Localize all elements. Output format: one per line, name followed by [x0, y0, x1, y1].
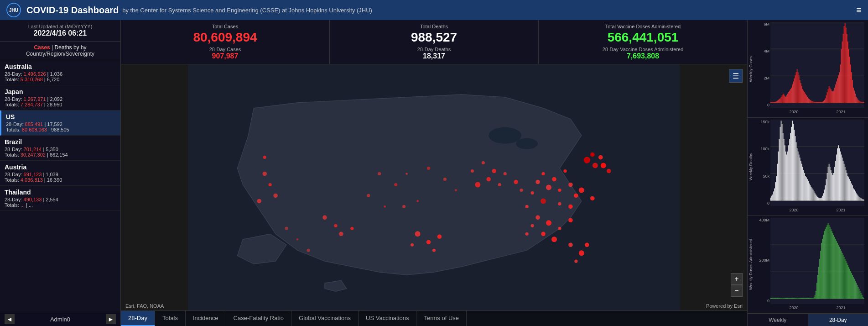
svg-rect-145 [832, 91, 833, 103]
country-item-thailand[interactable]: Thailand 28-Day: 490,133 | 2,554 Totals:… [0, 186, 120, 211]
svg-rect-275 [856, 194, 857, 201]
svg-rect-244 [827, 173, 828, 201]
svg-point-39 [339, 232, 343, 237]
svg-rect-368 [845, 259, 846, 299]
svg-point-58 [590, 152, 595, 157]
sidebar-header: Last Updated at (M/D/YYYY) 2022/4/16 06:… [0, 20, 120, 42]
svg-rect-97 [787, 94, 788, 103]
svg-rect-375 [851, 273, 852, 299]
svg-rect-223 [807, 179, 808, 201]
svg-rect-318 [798, 298, 799, 299]
svg-rect-259 [841, 155, 842, 201]
svg-point-72 [296, 238, 299, 241]
country-stats: 28-Day: 490,133 | 2,554 [5, 197, 116, 202]
svg-rect-213 [798, 152, 799, 201]
country-item-australia[interactable]: Australia 28-Day: 1,496,526 | 1,036 Tota… [0, 60, 120, 85]
svg-point-15 [541, 198, 546, 204]
svg-point-4 [516, 138, 538, 149]
main-body: Last Updated at (M/D/YYYY) 2022/4/16 06:… [0, 20, 868, 326]
svg-rect-387 [863, 297, 863, 299]
charts-footer-28day[interactable]: 28-Day [808, 314, 868, 326]
svg-rect-168 [854, 91, 855, 103]
country-totals: Totals: ... | ... [5, 202, 116, 208]
svg-rect-245 [828, 167, 829, 201]
svg-point-33 [531, 224, 534, 227]
tab-case-fatality-ratio[interactable]: Case-Fatality Ratio [226, 311, 292, 326]
svg-rect-371 [847, 265, 848, 299]
svg-rect-129 [817, 102, 818, 103]
svg-rect-184 [770, 198, 771, 201]
charts-footer-weekly[interactable]: Weekly [748, 314, 808, 326]
svg-rect-302 [783, 298, 784, 299]
svg-rect-189 [775, 182, 776, 200]
map-area[interactable]: Esri, FAO, NOAA Powered by Esri ☰ + − [121, 64, 747, 310]
x-tick: 2021 [836, 110, 845, 114]
country-item-japan[interactable]: Japan 28-Day: 1,267,971 | 2,092 Totals: … [0, 85, 120, 110]
tab-incidence[interactable]: Incidence [186, 311, 226, 326]
y-tick: 4M [764, 49, 769, 53]
svg-rect-191 [777, 164, 778, 201]
svg-point-64 [427, 167, 430, 170]
zoom-out-button[interactable]: − [731, 285, 743, 297]
svg-rect-256 [838, 146, 839, 201]
nav-prev-button[interactable]: ◄ [5, 314, 15, 324]
legend-button[interactable]: ☰ [729, 69, 743, 83]
svg-rect-128 [816, 102, 817, 103]
svg-rect-171 [857, 98, 858, 103]
svg-rect-310 [790, 298, 791, 299]
svg-rect-350 [828, 223, 829, 299]
svg-rect-280 [861, 198, 862, 200]
svg-rect-271 [852, 185, 853, 201]
svg-rect-328 [807, 298, 808, 299]
svg-rect-219 [803, 170, 804, 200]
svg-rect-224 [808, 181, 809, 201]
svg-point-61 [378, 172, 381, 175]
svg-rect-149 [836, 81, 837, 103]
svg-rect-278 [859, 197, 860, 201]
svg-rect-188 [774, 189, 775, 201]
svg-rect-300 [781, 298, 782, 299]
svg-rect-379 [855, 281, 856, 299]
svg-point-30 [546, 220, 551, 226]
svg-rect-150 [837, 79, 838, 103]
tab-totals[interactable]: Totals [155, 311, 186, 326]
filter-deaths-label[interactable]: Deaths by [55, 44, 79, 51]
svg-point-11 [568, 183, 573, 187]
svg-rect-119 [808, 98, 809, 103]
country-item-us[interactable]: US 28-Day: 885,491 | 17,592 Totals: 80,6… [0, 110, 120, 136]
country-item-austria[interactable]: Austria 28-Day: 691,123 | 1,039 Totals: … [0, 161, 120, 186]
tab-us-vaccinations[interactable]: US Vaccinations [359, 311, 416, 326]
svg-rect-316 [796, 298, 797, 299]
svg-rect-369 [846, 261, 847, 299]
svg-rect-291 [772, 298, 773, 299]
svg-point-27 [514, 180, 518, 184]
svg-rect-344 [822, 239, 823, 299]
svg-point-29 [535, 216, 540, 220]
nav-next-button[interactable]: ► [106, 314, 116, 324]
tab-global-vaccinations[interactable]: Global Vaccinations [291, 311, 359, 326]
svg-rect-366 [843, 255, 844, 299]
tab-28-day[interactable]: 28-Day [121, 311, 155, 326]
svg-rect-234 [817, 197, 818, 201]
svg-point-66 [455, 189, 457, 191]
x-tick: 2020 [789, 208, 798, 212]
svg-rect-326 [805, 298, 806, 299]
country-stats: 28-Day: 701,214 | 5,350 [5, 147, 116, 152]
menu-icon[interactable]: ≡ [856, 5, 862, 16]
svg-rect-200 [785, 152, 786, 201]
svg-rect-348 [826, 227, 827, 299]
svg-rect-132 [820, 102, 821, 103]
svg-rect-137 [825, 98, 826, 103]
svg-rect-309 [789, 298, 790, 299]
svg-rect-237 [820, 198, 821, 200]
country-item-brazil[interactable]: Brazil 28-Day: 701,214 | 5,350 Totals: 3… [0, 136, 120, 161]
svg-rect-298 [779, 298, 780, 299]
svg-rect-155 [842, 42, 843, 103]
zoom-in-button[interactable]: + [731, 273, 743, 285]
jhu-logo: JHU [6, 3, 21, 17]
tab-terms-of-use[interactable]: Terms of Use [416, 311, 467, 326]
svg-rect-211 [796, 142, 797, 201]
svg-rect-109 [799, 75, 800, 103]
filter-cases-label[interactable]: Cases [34, 44, 50, 51]
y-tick: 0 [767, 201, 769, 205]
